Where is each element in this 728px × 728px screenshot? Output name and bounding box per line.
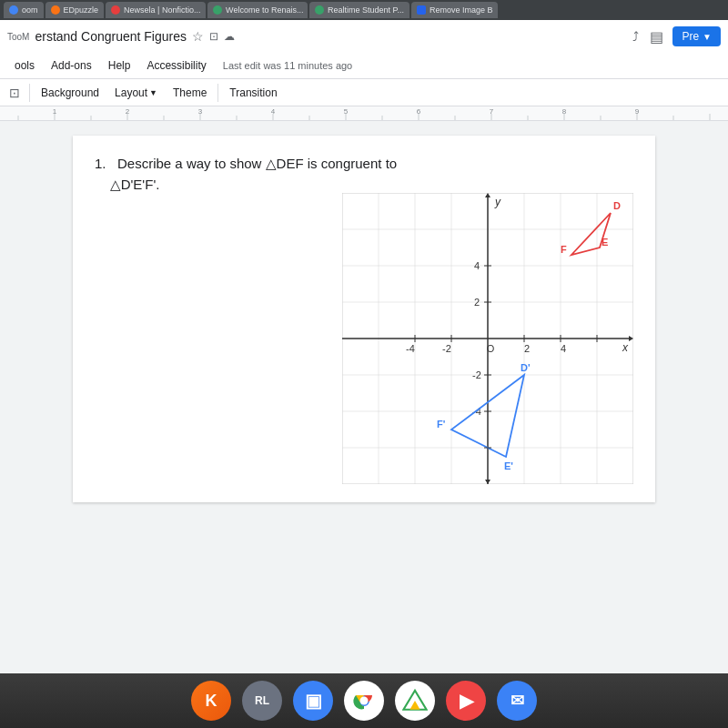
- star-icon[interactable]: ☆: [192, 29, 204, 44]
- svg-text:6: 6: [417, 107, 421, 116]
- taskbar-files-icon[interactable]: ▣: [293, 681, 333, 721]
- svg-text:-4: -4: [406, 343, 415, 354]
- svg-text:E': E': [504, 460, 513, 471]
- svg-text:F': F': [437, 419, 446, 430]
- svg-text:3: 3: [198, 107, 203, 116]
- menu-addons[interactable]: Add-ons: [44, 57, 99, 74]
- taskbar: K RL ▣ ▶ ✉: [0, 673, 728, 728]
- svg-text:5: 5: [344, 107, 349, 116]
- svg-text:y: y: [494, 196, 501, 208]
- tab-realtime[interactable]: Realtime Student P...: [309, 2, 410, 18]
- svg-text:-2: -2: [472, 369, 481, 380]
- svg-text:x: x: [622, 341, 629, 354]
- title-bar: TooM erstand Congruent Figures ☆ ⊡ ☁ ⤴ ▤…: [0, 20, 728, 53]
- slide: 1. Describe a way to show △DEF is congru…: [73, 136, 655, 502]
- svg-text:2: 2: [474, 297, 480, 308]
- ruler: 1 2 3 4 5 6 7 8 9: [0, 106, 728, 121]
- svg-text:8: 8: [562, 107, 567, 116]
- svg-text:O: O: [487, 343, 495, 354]
- svg-text:E: E: [602, 237, 608, 248]
- svg-text:D: D: [613, 200, 621, 211]
- tab-remove-image[interactable]: Remove Image B: [411, 2, 499, 18]
- coord-plane: x y -4 -2 O 2 4 4 2 -2 -4: [342, 193, 633, 484]
- tab-toom[interactable]: oom: [4, 2, 44, 18]
- toolbar-separator-1: [29, 84, 30, 102]
- svg-marker-80: [410, 701, 420, 710]
- transition-tab[interactable]: Transition: [222, 85, 284, 101]
- tab-newsela[interactable]: Newsela | Nonfictio...: [106, 2, 206, 18]
- menu-bar: ools Add-ons Help Accessibility Last edi…: [0, 53, 728, 78]
- theme-tab[interactable]: Theme: [166, 85, 214, 101]
- tab-welcome[interactable]: Welcome to Renais...: [207, 2, 308, 18]
- taskbar-k-icon[interactable]: K: [191, 681, 231, 721]
- tab-edpuzzle[interactable]: EDpuzzle: [46, 2, 105, 18]
- svg-text:D': D': [521, 362, 531, 373]
- browser-tab-bar: oom EDpuzzle Newsela | Nonfictio... Welc…: [0, 0, 728, 20]
- coord-plane-wrapper: x y -4 -2 O 2 4 4 2 -2 -4: [95, 193, 633, 484]
- coordinate-plane-svg: x y -4 -2 O 2 4 4 2 -2 -4: [342, 193, 633, 484]
- svg-rect-0: [0, 106, 728, 121]
- title-icons: ☆ ⊡ ☁: [192, 29, 235, 44]
- svg-text:-2: -2: [442, 343, 451, 354]
- toolbar-separator-2: [217, 84, 218, 102]
- svg-text:4: 4: [474, 260, 480, 271]
- main-area: 1. Describe a way to show △DEF is congru…: [0, 121, 728, 674]
- ruler-svg: 1 2 3 4 5 6 7 8 9: [0, 106, 728, 121]
- svg-text:4: 4: [271, 107, 276, 116]
- taskbar-rl-icon[interactable]: RL: [242, 681, 282, 721]
- menu-help[interactable]: Help: [101, 57, 138, 74]
- chart-icon[interactable]: ⤴: [631, 27, 641, 46]
- slides-chrome: TooM erstand Congruent Figures ☆ ⊡ ☁ ⤴ ▤…: [0, 20, 728, 106]
- app-logo: TooM: [7, 32, 29, 42]
- svg-point-78: [360, 697, 369, 705]
- question-number: 1.: [95, 156, 106, 171]
- cloud-icon[interactable]: ☁: [224, 30, 235, 43]
- present-button[interactable]: Pre ▼: [672, 26, 721, 46]
- svg-text:2: 2: [126, 107, 130, 116]
- svg-text:4: 4: [561, 343, 566, 354]
- svg-text:9: 9: [635, 107, 640, 116]
- taskbar-gmail-icon[interactable]: ✉: [497, 681, 537, 721]
- taskbar-youtube-icon[interactable]: ▶: [446, 681, 486, 721]
- svg-text:F: F: [561, 244, 567, 255]
- taskbar-chrome-icon[interactable]: [344, 681, 384, 721]
- menu-accessibility[interactable]: Accessibility: [139, 57, 213, 74]
- slideshow-icon[interactable]: ▤: [648, 26, 665, 47]
- toolbar-bar: ⊡ Background Layout ▼ Theme Transition: [0, 78, 728, 106]
- svg-text:1: 1: [53, 107, 57, 116]
- last-edit-text: Last edit was 11 minutes ago: [223, 60, 352, 71]
- background-tab[interactable]: Background: [34, 85, 106, 101]
- bookmark-icon[interactable]: ⊡: [209, 30, 218, 43]
- svg-text:7: 7: [490, 107, 494, 116]
- question-text: 1. Describe a way to show △DEF is congru…: [95, 154, 633, 195]
- top-right-buttons: ⤴ ▤ Pre ▼: [631, 26, 721, 47]
- toolbar-slide-icon[interactable]: ⊡: [4, 82, 25, 104]
- doc-title: erstand Congruent Figures: [35, 29, 187, 44]
- taskbar-drive-icon[interactable]: [395, 681, 435, 721]
- menu-tools[interactable]: ools: [7, 57, 42, 74]
- svg-text:2: 2: [524, 343, 530, 354]
- layout-chevron-icon: ▼: [149, 88, 157, 97]
- chevron-down-icon: ▼: [703, 32, 712, 42]
- layout-tab[interactable]: Layout ▼: [107, 85, 165, 101]
